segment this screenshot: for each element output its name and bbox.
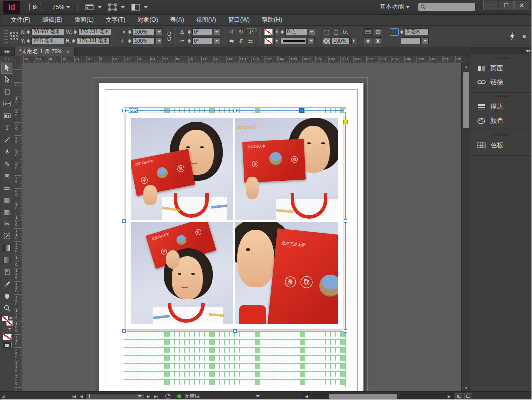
rotation-dropdown[interactable] [214, 28, 220, 35]
select-container-icon[interactable]: P [247, 28, 257, 35]
vertical-ruler[interactable]: 01 02 03 04 05 06 07 08 09 01 0 01 1 01 … [14, 63, 22, 391]
stroke-weight-stepper[interactable] [281, 30, 284, 34]
scroll-down-icon[interactable]: ▼ [462, 384, 471, 391]
flip-horizontal-icon[interactable]: ⇋ [228, 37, 236, 44]
selection-handle-bottom-right[interactable] [344, 329, 348, 333]
auto-fit-frame-icon[interactable]: ⛶ [390, 28, 399, 36]
content-collector-tool[interactable] [2, 110, 14, 122]
scale-y-field[interactable]: 100% [133, 37, 155, 44]
rotate-cw-icon[interactable]: ↻ [238, 28, 246, 35]
menu-item-8[interactable]: 帮助(H) [256, 15, 288, 25]
dock-group-grip[interactable] [494, 134, 510, 136]
last-page-icon[interactable]: ▶| [153, 394, 160, 399]
scissors-tool[interactable]: ✂ [2, 218, 14, 230]
gradient-swatch-tool[interactable] [2, 242, 14, 254]
pencil-tool[interactable]: ✎ [2, 158, 14, 170]
hand-tool[interactable] [2, 290, 14, 302]
selection-tool[interactable] [2, 62, 14, 74]
y-stepper[interactable] [27, 39, 30, 43]
apply-none-button[interactable] [3, 334, 12, 340]
direct-selection-tool[interactable] [2, 74, 14, 86]
canvas-corner-grabber[interactable]: ◢ [2, 392, 5, 400]
gap-tool[interactable] [2, 98, 14, 110]
menu-item-5[interactable]: 表(A) [165, 15, 190, 25]
spread-view-icon[interactable] [456, 393, 464, 399]
stroke-swatch-none[interactable] [264, 38, 273, 44]
scale-x-stepper[interactable] [128, 30, 132, 34]
selection-handle-middle-right[interactable] [344, 219, 348, 223]
drop-shadow-icon[interactable]: ▢ [332, 28, 340, 35]
corner-stepper[interactable] [400, 30, 404, 34]
menu-item-7[interactable]: 窗口(W) [223, 15, 256, 25]
stroke-style-caret[interactable] [308, 37, 315, 44]
previous-page-icon[interactable]: ◀ [78, 394, 84, 399]
selection-frame[interactable] [124, 110, 346, 331]
reference-point-proxy[interactable] [10, 32, 18, 41]
menu-item-6[interactable]: 视图(V) [191, 15, 222, 25]
wrap-jump-icon[interactable] [364, 37, 372, 44]
horizontal-ruler[interactable]: 6050403020100102030405060708090100110120… [22, 56, 462, 63]
panel-grip[interactable] [4, 29, 8, 44]
corner-options-icon[interactable]: ⬚ [323, 28, 331, 35]
selection-handle-top-center[interactable] [234, 109, 237, 112]
quick-apply-icon[interactable] [506, 30, 518, 42]
menu-item-4[interactable]: 对象(O) [132, 15, 164, 25]
type-tool[interactable]: T [2, 122, 14, 134]
wrap-none-icon[interactable] [364, 28, 372, 35]
first-page-icon[interactable]: |◀ [70, 394, 78, 399]
vertical-scroll-thumb[interactable] [464, 72, 470, 128]
panel-button-swatches[interactable]: 色板 [472, 138, 532, 152]
dock-group-grip[interactable] [494, 95, 510, 97]
next-page-icon[interactable]: ▶ [146, 394, 152, 399]
scale-x-field[interactable]: 100% [133, 28, 155, 35]
panel-button-pages[interactable]: 页面 [472, 61, 532, 75]
live-corner-handle[interactable] [344, 120, 348, 124]
rotation-field[interactable]: 0° [192, 28, 212, 35]
preflight-menu-caret[interactable] [256, 395, 260, 397]
collapse-panels-icon[interactable]: ◀◀ [526, 49, 530, 53]
search-box[interactable] [418, 3, 476, 11]
page-number-field[interactable]: 1 [86, 393, 144, 400]
search-input[interactable] [428, 4, 473, 11]
selection-handle-top-left[interactable] [122, 109, 126, 112]
stroke-weight-dropdown[interactable] [309, 28, 316, 35]
selection-handle-bottom-left[interactable] [122, 329, 126, 333]
menu-item-1[interactable]: 编辑(E) [37, 15, 68, 25]
link-badge-icon[interactable] [129, 108, 138, 113]
zoom-tool[interactable] [2, 302, 14, 314]
shear-stepper[interactable] [188, 39, 191, 43]
panel-button-color[interactable]: 颜色 [472, 114, 532, 128]
fitting-dropdown[interactable] [401, 37, 421, 44]
tab-close-icon[interactable]: × [66, 49, 70, 55]
rotate-ccw-icon[interactable]: ↺ [228, 28, 236, 35]
panel-button-stroke[interactable]: 描边 [472, 100, 532, 114]
page-tool[interactable] [2, 86, 14, 98]
corner-size-field[interactable]: 5 毫米 [405, 28, 429, 35]
shear-field[interactable]: 0° [192, 37, 212, 44]
ruler-origin-corner[interactable] [14, 56, 22, 63]
fill-swatch-none[interactable] [264, 29, 273, 35]
shear-dropdown[interactable] [214, 37, 220, 44]
fill-color-swatch[interactable] [2, 316, 8, 321]
flip-vertical-icon[interactable]: ⇵ [238, 37, 246, 44]
scale-y-dropdown[interactable] [156, 37, 163, 44]
menu-item-2[interactable]: 版面(L) [69, 15, 100, 25]
screen-mode-dropdown[interactable] [105, 2, 128, 12]
scroll-left-icon[interactable]: ◀ [304, 394, 310, 399]
rectangle-tool[interactable]: ▭ [2, 182, 14, 194]
formatting-affects-text-icon[interactable]: T [8, 327, 12, 332]
view-options-dropdown[interactable] [82, 2, 105, 12]
maximize-button[interactable]: ☐ [499, 1, 514, 10]
note-tool[interactable] [2, 266, 14, 278]
opacity-field[interactable]: 100% [332, 37, 350, 44]
fitting-caret[interactable] [422, 37, 429, 44]
scale-y-stepper[interactable] [128, 39, 132, 43]
fill-flyout[interactable] [274, 29, 280, 35]
menu-item-3[interactable]: 文字(T) [100, 15, 131, 25]
bridge-button[interactable]: Br [30, 3, 42, 11]
dock-group-grip[interactable] [494, 57, 510, 59]
stroke-flyout[interactable] [274, 38, 280, 44]
pen-tool[interactable] [2, 146, 14, 158]
stroke-style-dropdown[interactable] [281, 38, 307, 44]
opacity-flyout[interactable] [352, 38, 356, 44]
